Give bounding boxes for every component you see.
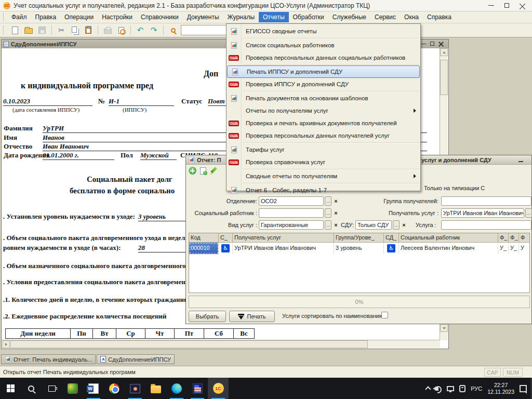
vertical-scroll-thumb[interactable]: [440, 60, 448, 95]
copy-button[interactable]: [69, 24, 81, 36]
maximize-button[interactable]: [499, 0, 514, 10]
group-field[interactable]: [441, 196, 531, 206]
recipient-select-button[interactable]: ...: [525, 208, 532, 218]
soc-worker-clear-button[interactable]: ×: [332, 208, 339, 218]
menu-windows[interactable]: Окна: [400, 12, 423, 22]
menu-operations[interactable]: Операции: [60, 12, 98, 22]
tray-device-icon[interactable]: [459, 385, 466, 392]
menu-service[interactable]: Сервис: [370, 12, 400, 22]
print-report-button[interactable]: Печать: [229, 311, 275, 322]
edit-pencil-icon[interactable]: [210, 167, 217, 175]
menu-item-print-templates[interactable]: Печать документов на основании шаблонов: [227, 92, 420, 104]
undo-button[interactable]: ↶: [135, 24, 146, 36]
col-f3[interactable]: Ф: [519, 233, 530, 243]
scroll-right-button[interactable]: [2, 340, 10, 348]
service-kind-select-button[interactable]: ...: [325, 220, 331, 230]
menu-processing[interactable]: Обработки: [289, 12, 328, 22]
cell-f3[interactable]: У: [519, 243, 530, 254]
taskbar-1c[interactable]: 1С: [208, 378, 229, 399]
menu-item-tariffs[interactable]: Тарифы услуг: [227, 143, 420, 156]
menu-item-archive-check[interactable]: ОШБ Проверка и печать архивных документо…: [227, 117, 420, 129]
close-button[interactable]: [514, 0, 530, 10]
taskbar-1c-floppy[interactable]: [187, 378, 208, 399]
search-button[interactable]: [167, 24, 179, 36]
save-button[interactable]: [36, 24, 48, 36]
cell-f1[interactable]: У_: [498, 243, 509, 254]
col-c[interactable]: С_: [219, 233, 233, 243]
menu-item-report6[interactable]: Отчет 6 - Собес, разделы 1-7: [227, 184, 420, 196]
menu-item-egisso[interactable]: ЕГИССО сводные отчеты: [227, 25, 420, 37]
start-button[interactable]: [0, 378, 21, 399]
print-button[interactable]: [102, 24, 113, 36]
network-display-icon[interactable]: [447, 386, 454, 391]
col-f2[interactable]: Ф_: [509, 233, 519, 243]
tab-document-window[interactable]: А СдуДополнениеИППСУ: [97, 354, 175, 364]
service-kind-field[interactable]: Гарантированные: [259, 220, 324, 230]
menu-item-summary-reports[interactable]: Сводные отчеты по получателям: [227, 170, 420, 182]
department-field[interactable]: ОСО2: [259, 196, 324, 206]
language-indicator[interactable]: РУС: [471, 385, 482, 392]
service-field[interactable]: [441, 220, 531, 230]
menu-service-tools[interactable]: Служебные: [328, 12, 370, 22]
grid-row[interactable]: 000010 ♿ УрТРИ Иванов Иван Иванович 3 ур…: [189, 243, 529, 254]
select-button[interactable]: Выбрать: [189, 311, 226, 322]
soc-worker-field[interactable]: [259, 208, 324, 218]
col-group[interactable]: Группа/Урове_: [334, 233, 384, 243]
volume-icon[interactable]: [435, 387, 438, 391]
horizontal-scrollbar[interactable]: [2, 340, 440, 348]
taskbar-chrome[interactable]: [104, 378, 125, 399]
dialog-minimize-icon[interactable]: [518, 161, 523, 162]
menu-file[interactable]: Файл: [7, 12, 31, 22]
redo-button[interactable]: ↷: [148, 24, 159, 36]
taskbar-app-colorful[interactable]: [62, 378, 83, 399]
menu-reports[interactable]: Отчеты: [259, 12, 288, 22]
menu-settings[interactable]: Настройки: [98, 12, 137, 22]
cut-button[interactable]: ✂: [56, 24, 67, 36]
department-select-button[interactable]: ...: [325, 196, 331, 206]
notification-center-icon[interactable]: [520, 385, 527, 392]
soc-worker-select-button[interactable]: ...: [325, 208, 331, 218]
taskbar-word[interactable]: [83, 378, 104, 399]
cell-recipient[interactable]: УрТРИ Иванов Иван Иванович: [233, 243, 334, 254]
menu-item-recipient-reports[interactable]: Отчеты по получателям услуг: [227, 104, 420, 117]
taskbar-explorer[interactable]: [145, 378, 166, 399]
sdu-select-button[interactable]: ...: [393, 220, 400, 230]
col-code[interactable]: Код: [189, 233, 219, 243]
col-recipient[interactable]: Получатель услуг: [233, 233, 334, 243]
menu-journals[interactable]: Журналы: [223, 12, 259, 22]
cell-f2[interactable]: У_: [509, 243, 519, 254]
scroll-up-button[interactable]: [440, 48, 448, 56]
print-preview-button[interactable]: [115, 24, 127, 36]
menu-item-check-ippsu[interactable]: ОШБ Проверка ИППСУ и дополнений СДУ: [227, 78, 420, 90]
horizontal-scroll-thumb[interactable]: [10, 340, 368, 348]
sort-checkbox[interactable]: [381, 312, 388, 318]
task-view-button[interactable]: [42, 378, 62, 399]
cell-code[interactable]: 000010: [189, 243, 219, 254]
recipient-field[interactable]: УрТРИ Иванов Иван Иванович: [441, 208, 524, 218]
doc-minimize-icon[interactable]: [420, 44, 426, 44]
service-kind-clear-button[interactable]: ×: [332, 220, 339, 230]
doc-close-icon[interactable]: [438, 42, 443, 46]
menu-edit[interactable]: Правка: [31, 12, 61, 22]
scroll-down-button[interactable]: [440, 324, 448, 332]
col-worker[interactable]: Социальный работник: [399, 233, 498, 243]
tray-expand-icon[interactable]: [425, 386, 431, 392]
menu-item-check-recipient-data[interactable]: ОШБ Проверка персональных данных получат…: [227, 129, 420, 142]
new-document-button[interactable]: [9, 24, 21, 36]
copy-add-icon[interactable]: [200, 167, 206, 175]
taskbar-search-button[interactable]: [21, 378, 42, 399]
menu-catalogs[interactable]: Справочники: [137, 12, 183, 22]
minimize-button[interactable]: [483, 0, 499, 10]
col-f1[interactable]: Ф_: [498, 233, 509, 243]
doc-maximize-icon[interactable]: [430, 42, 434, 46]
clock[interactable]: 22:27 12.11.2023: [487, 382, 514, 395]
menu-item-check-services[interactable]: ОШБ Проверка справочника услуг: [227, 156, 420, 168]
menu-item-check-worker-data[interactable]: ОШБ Проверка персональных данных социаль…: [227, 51, 420, 64]
col-sd[interactable]: СД_: [384, 233, 399, 243]
menu-help[interactable]: Справка: [423, 12, 456, 22]
sdu-clear-button[interactable]: ×: [401, 220, 407, 230]
sdu-field[interactable]: Только СДУ: [355, 220, 392, 230]
paste-button[interactable]: [83, 24, 94, 36]
menu-item-print-ippsu[interactable]: Печать ИППСУ и дополнений СДУ: [227, 65, 420, 78]
open-button[interactable]: [23, 24, 34, 36]
